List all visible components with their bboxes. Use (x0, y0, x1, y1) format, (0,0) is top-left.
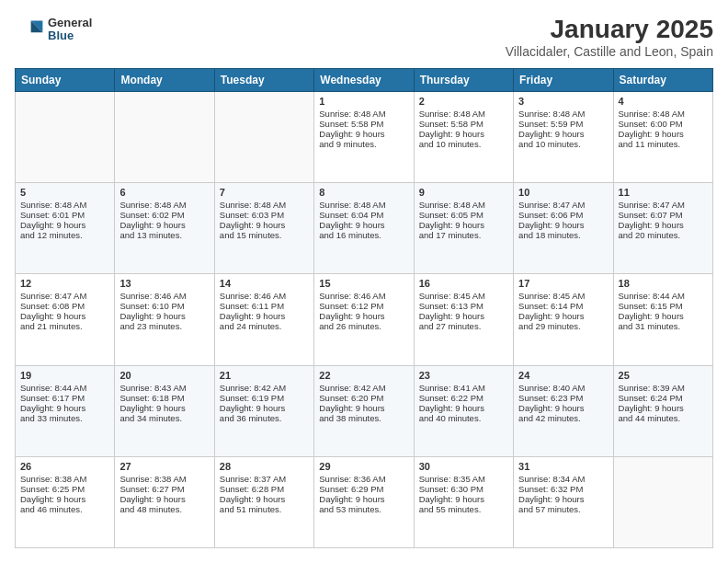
cell-text: Sunrise: 8:35 AM (419, 474, 508, 484)
day-number: 28 (220, 461, 309, 472)
cell-text: Sunset: 6:11 PM (220, 301, 309, 311)
cell-text: and 29 minutes. (518, 321, 608, 331)
calendar-cell: 14Sunrise: 8:46 AMSunset: 6:11 PMDayligh… (214, 274, 313, 365)
cell-text: and 18 minutes. (518, 230, 608, 240)
cell-text: Daylight: 9 hours (119, 403, 209, 413)
cell-text: Sunset: 6:22 PM (419, 393, 508, 403)
cell-text: and 53 minutes. (319, 504, 408, 514)
cell-text: Sunrise: 8:34 AM (518, 474, 608, 484)
cell-text: Sunset: 6:12 PM (319, 301, 408, 311)
title-block: January 2025 Villacidaler, Castille and … (506, 15, 713, 59)
cell-text: Sunset: 6:03 PM (220, 210, 309, 220)
cell-text: Daylight: 9 hours (20, 311, 109, 321)
cell-text: Daylight: 9 hours (619, 311, 708, 321)
cell-text: Sunset: 6:32 PM (518, 484, 608, 494)
cell-text: Daylight: 9 hours (319, 220, 408, 230)
cell-text: Daylight: 9 hours (419, 494, 508, 504)
calendar-cell: 1Sunrise: 8:48 AMSunset: 5:58 PMDaylight… (314, 92, 414, 183)
cell-text: Sunrise: 8:47 AM (518, 200, 608, 210)
cell-text: Sunrise: 8:48 AM (20, 200, 109, 210)
calendar-week-row: 12Sunrise: 8:47 AMSunset: 6:08 PMDayligh… (16, 274, 713, 365)
calendar-cell: 29Sunrise: 8:36 AMSunset: 6:29 PMDayligh… (314, 456, 414, 547)
main-title: January 2025 (506, 15, 713, 44)
day-number: 15 (319, 278, 408, 289)
cell-text: Sunset: 6:05 PM (419, 210, 508, 220)
cell-text: Sunrise: 8:48 AM (319, 200, 408, 210)
cell-text: Daylight: 9 hours (319, 494, 408, 504)
calendar-cell: 26Sunrise: 8:38 AMSunset: 6:25 PMDayligh… (16, 456, 115, 547)
cell-text: Sunset: 6:02 PM (119, 210, 209, 220)
cell-text: and 42 minutes. (518, 413, 608, 423)
cell-text: and 57 minutes. (518, 504, 608, 514)
cell-text: Sunrise: 8:46 AM (319, 291, 408, 301)
cell-text: Daylight: 9 hours (619, 129, 708, 139)
cell-text: Daylight: 9 hours (419, 311, 508, 321)
cell-text: Daylight: 9 hours (619, 403, 708, 413)
cell-text: and 20 minutes. (619, 230, 708, 240)
cell-text: Sunset: 5:58 PM (319, 119, 408, 129)
cell-text: Sunset: 6:25 PM (20, 484, 109, 494)
cell-text: Sunset: 6:30 PM (419, 484, 508, 494)
cell-text: and 10 minutes. (419, 139, 508, 149)
cell-text: Daylight: 9 hours (20, 220, 109, 230)
logo-icon (15, 15, 44, 44)
cell-text: Sunset: 6:00 PM (619, 119, 708, 129)
cell-text: Sunrise: 8:47 AM (20, 291, 109, 301)
cell-text: and 27 minutes. (419, 321, 508, 331)
day-number: 1 (319, 96, 408, 107)
cell-text: Daylight: 9 hours (220, 494, 309, 504)
day-number: 5 (20, 187, 109, 198)
cell-text: Sunset: 6:18 PM (119, 393, 209, 403)
cell-text: and 46 minutes. (20, 504, 109, 514)
cell-text: and 34 minutes. (119, 413, 209, 423)
cell-text: Sunset: 6:28 PM (220, 484, 309, 494)
cell-text: Sunrise: 8:44 AM (619, 291, 708, 301)
calendar-day-header: Saturday (613, 69, 712, 92)
day-number: 22 (319, 370, 408, 381)
calendar-cell: 5Sunrise: 8:48 AMSunset: 6:01 PMDaylight… (16, 183, 115, 274)
day-number: 24 (518, 370, 608, 381)
cell-text: Daylight: 9 hours (518, 220, 608, 230)
cell-text: and 10 minutes. (518, 139, 608, 149)
calendar-week-row: 26Sunrise: 8:38 AMSunset: 6:25 PMDayligh… (16, 456, 713, 547)
cell-text: Sunset: 6:29 PM (319, 484, 408, 494)
cell-text: Sunset: 5:58 PM (419, 119, 508, 129)
calendar-week-row: 1Sunrise: 8:48 AMSunset: 5:58 PMDaylight… (16, 92, 713, 183)
calendar-cell: 31Sunrise: 8:34 AMSunset: 6:32 PMDayligh… (514, 456, 613, 547)
cell-text: Daylight: 9 hours (518, 403, 608, 413)
cell-text: Sunrise: 8:45 AM (419, 291, 508, 301)
logo-blue: Blue (48, 29, 92, 42)
cell-text: Sunrise: 8:45 AM (518, 291, 608, 301)
calendar-week-row: 19Sunrise: 8:44 AMSunset: 6:17 PMDayligh… (16, 365, 713, 456)
calendar-cell: 11Sunrise: 8:47 AMSunset: 6:07 PMDayligh… (613, 183, 712, 274)
cell-text: Sunset: 6:17 PM (20, 393, 109, 403)
cell-text: Daylight: 9 hours (119, 494, 209, 504)
cell-text: and 9 minutes. (319, 139, 408, 149)
day-number: 23 (419, 370, 508, 381)
cell-text: Sunrise: 8:48 AM (220, 200, 309, 210)
cell-text: and 55 minutes. (419, 504, 508, 514)
calendar-week-row: 5Sunrise: 8:48 AMSunset: 6:01 PMDaylight… (16, 183, 713, 274)
calendar-day-header: Sunday (16, 69, 115, 92)
cell-text: Sunset: 6:10 PM (119, 301, 209, 311)
day-number: 26 (20, 461, 109, 472)
cell-text: Daylight: 9 hours (119, 311, 209, 321)
cell-text: and 12 minutes. (20, 230, 109, 240)
subtitle: Villacidaler, Castille and Leon, Spain (506, 44, 713, 59)
day-number: 14 (220, 278, 309, 289)
calendar-cell: 3Sunrise: 8:48 AMSunset: 5:59 PMDaylight… (514, 92, 613, 183)
cell-text: Sunrise: 8:48 AM (518, 109, 608, 119)
cell-text: and 15 minutes. (220, 230, 309, 240)
day-number: 20 (119, 370, 209, 381)
cell-text: Sunrise: 8:42 AM (319, 383, 408, 393)
calendar-cell: 18Sunrise: 8:44 AMSunset: 6:15 PMDayligh… (613, 274, 712, 365)
calendar-cell: 28Sunrise: 8:37 AMSunset: 6:28 PMDayligh… (214, 456, 313, 547)
cell-text: and 16 minutes. (319, 230, 408, 240)
cell-text: Sunset: 6:13 PM (419, 301, 508, 311)
calendar-cell (613, 456, 712, 547)
calendar-cell: 25Sunrise: 8:39 AMSunset: 6:24 PMDayligh… (613, 365, 712, 456)
calendar-cell: 23Sunrise: 8:41 AMSunset: 6:22 PMDayligh… (414, 365, 513, 456)
cell-text: Sunset: 6:20 PM (319, 393, 408, 403)
calendar-cell (16, 92, 115, 183)
calendar-header-row: SundayMondayTuesdayWednesdayThursdayFrid… (16, 69, 713, 92)
